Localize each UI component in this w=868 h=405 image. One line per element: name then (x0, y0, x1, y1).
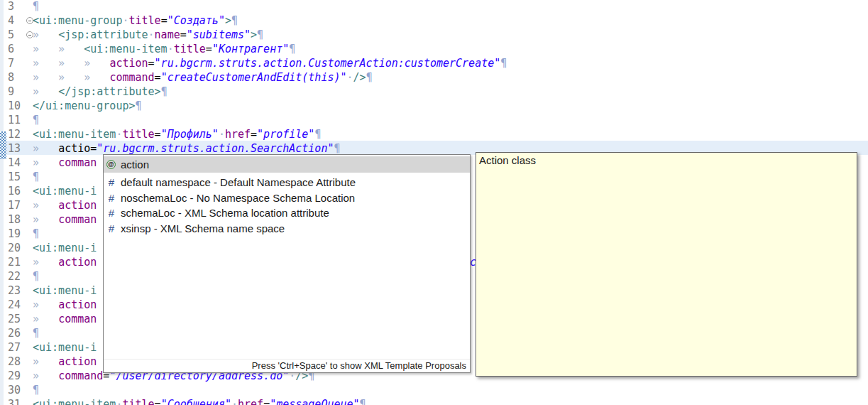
code-text: <ui:menu-i (33, 241, 97, 255)
code-text: » » » action="ru.bgcrm.struts.action.Cus… (33, 56, 507, 70)
autocomplete-list[interactable]: @action#default namespace - Default Name… (104, 155, 470, 236)
line-number: 17 (8, 198, 21, 212)
line-number: 15 (8, 170, 21, 184)
line-number: 10 (8, 99, 21, 113)
autocomplete-item[interactable]: #xsinsp - XML Schema name space (104, 221, 470, 237)
line-number: 20 (8, 241, 21, 255)
code-text: » action (33, 198, 97, 212)
template-proposal-icon: # (106, 223, 116, 234)
code-text: » </jsp:attribute>¶ (33, 85, 167, 99)
code-line[interactable]: 11¶ (0, 113, 868, 127)
line-number: 9 (8, 85, 14, 99)
line-number: 31 (8, 397, 21, 405)
code-line[interactable]: 30¶ (0, 383, 868, 397)
code-text: ¶ (33, 269, 39, 284)
line-number: 14 (8, 156, 21, 170)
proposal-info-tooltip: Action class (476, 152, 857, 377)
code-text: <ui:menu-i (33, 184, 97, 198)
code-line[interactable]: 4<ui:menu-group·title="Создать">¶ (0, 14, 868, 28)
code-text: <ui:menu-i (33, 284, 97, 298)
popup-status-hint: Press 'Ctrl+Space' to show XML Template … (104, 359, 470, 372)
line-number: 24 (8, 298, 21, 312)
line-number: 27 (8, 340, 21, 355)
template-proposal-icon: # (106, 177, 116, 188)
proposal-info-text: Action class (479, 154, 536, 166)
code-line[interactable]: 7» » » action="ru.bgcrm.struts.action.Cu… (0, 56, 868, 70)
line-number: 3 (8, 0, 14, 14)
autocomplete-item-label: noschemaLoc - No Namespace Schema Locati… (121, 192, 355, 204)
code-text: » comman (33, 156, 97, 170)
autocomplete-item-label: schemaLoc - XML Schema location attribut… (121, 207, 329, 219)
code-text: <ui:menu-i (33, 340, 97, 355)
code-text: » actio="ru.bgcrm.struts.action.SearchAc… (33, 141, 340, 156)
line-number: 25 (8, 312, 21, 326)
code-line[interactable]: 6» » <ui:menu-item·title="Контрагент"¶ (0, 42, 868, 56)
template-proposal-icon: # (106, 207, 116, 218)
line-number: 16 (8, 184, 21, 198)
autocomplete-item-label: xsinsp - XML Schema name space (121, 222, 285, 234)
autocomplete-item[interactable]: #schemaLoc - XML Schema location attribu… (104, 205, 470, 221)
code-text: </ui:menu-group>¶ (33, 99, 142, 113)
code-line[interactable]: 5» <jsp:attribute·name="subitems">¶ (0, 28, 868, 42)
line-number: 7 (8, 56, 14, 70)
line-number: 5 (8, 28, 14, 42)
line-number: 11 (8, 113, 21, 127)
code-line[interactable]: 10</ui:menu-group>¶ (0, 99, 868, 113)
code-line[interactable]: 9» </jsp:attribute>¶ (0, 85, 868, 99)
code-line[interactable]: 3¶ (0, 0, 868, 14)
code-text: ¶ (33, 113, 39, 127)
code-text: » action (33, 255, 97, 269)
code-text: » action (33, 355, 97, 369)
code-text: » comman (33, 212, 97, 227)
code-text: » action (33, 298, 97, 312)
code-text: » comman (33, 312, 97, 326)
code-text: » » <ui:menu-item·title="Контрагент"¶ (33, 42, 295, 56)
code-text: ¶ (33, 0, 39, 14)
code-text: ¶ (33, 326, 39, 340)
code-text: <ui:menu-group·title="Создать">¶ (33, 14, 238, 28)
line-number: 19 (8, 227, 21, 241)
template-proposal-icon: # (106, 193, 116, 203)
code-line[interactable]: 31<ui:menu-item·title="Сообщения"·href="… (0, 397, 868, 405)
line-number: 4 (8, 14, 14, 28)
autocomplete-item-label: action (121, 158, 149, 171)
code-text: » <jsp:attribute·name="subitems">¶ (33, 28, 263, 42)
autocomplete-item[interactable]: #noschemaLoc - No Namespace Schema Locat… (104, 190, 470, 206)
code-text: <ui:menu-item·title="Профиль"·href="prof… (33, 127, 321, 141)
code-text: ¶ (33, 383, 39, 397)
autocomplete-item[interactable]: @action (104, 156, 470, 173)
code-line[interactable]: 12<ui:menu-item·title="Профиль"·href="pr… (0, 127, 868, 141)
content-assist-popup[interactable]: @action#default namespace - Default Name… (103, 154, 471, 373)
line-number: 6 (8, 42, 14, 56)
line-number: 8 (8, 70, 14, 85)
code-line[interactable]: 8» » » command="createCustomerAndEdit(th… (0, 70, 868, 85)
line-number: 12 (8, 127, 21, 141)
code-text: <ui:menu-item·title="Сообщения"·href="me… (33, 397, 366, 405)
line-number: 21 (8, 255, 21, 269)
line-number: 26 (8, 326, 21, 340)
line-number: 30 (8, 383, 21, 397)
code-text: ¶ (33, 170, 39, 184)
line-number: 13 (8, 141, 21, 156)
xml-editor[interactable]: 3¶4<ui:menu-group·title="Создать">¶5» <j… (0, 0, 868, 405)
line-number: 23 (8, 284, 21, 298)
line-number: 18 (8, 212, 21, 227)
line-number: 29 (8, 369, 21, 383)
line-number: 28 (8, 355, 21, 369)
line-number: 22 (8, 269, 21, 284)
code-text: ¶ (33, 227, 39, 241)
autocomplete-item-label: default namespace - Default Namespace At… (121, 176, 356, 188)
attribute-proposal-icon: @ (106, 160, 116, 169)
code-text: » » » command="createCustomerAndEdit(thi… (33, 70, 373, 85)
autocomplete-item[interactable]: #default namespace - Default Namespace A… (104, 175, 470, 190)
